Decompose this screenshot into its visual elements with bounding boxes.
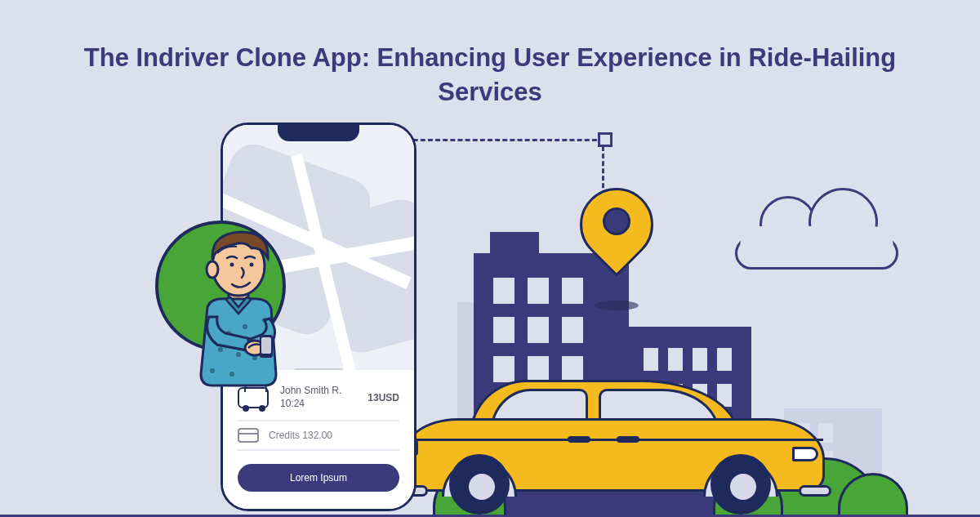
svg-point-3	[250, 263, 254, 267]
user-avatar-icon	[155, 221, 294, 400]
credits-label: Credits 132.00	[269, 430, 332, 441]
svg-point-9	[236, 352, 241, 357]
connector-marker	[598, 132, 612, 147]
person-illustration	[163, 211, 310, 407]
svg-point-2	[230, 263, 234, 267]
svg-rect-17	[261, 337, 271, 354]
primary-cta-button[interactable]: Lorem Ipsum	[238, 464, 399, 492]
taxi-car-icon	[400, 359, 825, 515]
cloud-icon	[735, 196, 898, 270]
page-title: The Indriver Clone App: Enhancing User E…	[0, 41, 980, 109]
svg-point-12	[229, 372, 234, 377]
phone-notch	[278, 125, 359, 141]
credits-row[interactable]: Credits 132.00	[238, 420, 399, 451]
svg-point-8	[218, 347, 223, 352]
illustration-stage: John Smith R. 10:24 13USD Credits 132.00…	[0, 123, 980, 517]
ride-price: 13USD	[368, 392, 399, 403]
svg-point-11	[210, 368, 215, 373]
credit-card-icon	[238, 428, 259, 443]
svg-point-1	[207, 261, 218, 278]
map-pin-icon	[580, 188, 653, 286]
svg-point-6	[243, 324, 247, 329]
